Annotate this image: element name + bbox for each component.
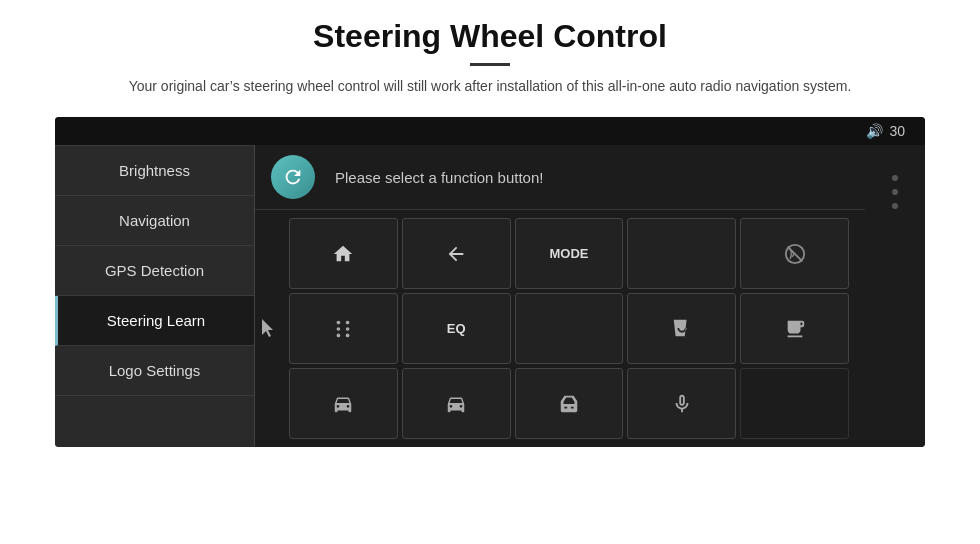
buttons-grid-area: MODE (255, 210, 865, 447)
sidebar-item-logo[interactable]: Logo Settings (55, 346, 254, 396)
function-bar: Please select a function button! (255, 145, 865, 210)
refresh-button[interactable] (271, 155, 315, 199)
btn-cup[interactable] (740, 293, 849, 364)
sidebar: Brightness Navigation GPS Detection Stee… (55, 145, 255, 447)
svg-point-3 (337, 327, 341, 331)
sidebar-item-gps[interactable]: GPS Detection (55, 246, 254, 296)
device-body: Brightness Navigation GPS Detection Stee… (55, 145, 925, 447)
svg-point-6 (346, 327, 350, 331)
btn-back[interactable] (402, 218, 511, 289)
btn-mode[interactable] (627, 218, 736, 289)
svg-point-5 (346, 320, 350, 324)
btn-disp[interactable]: MODE (515, 218, 624, 289)
function-prompt: Please select a function button! (335, 169, 543, 186)
svg-point-4 (337, 333, 341, 337)
page-subtitle: Your original car’s steering wheel contr… (60, 76, 920, 97)
sidebar-item-steering[interactable]: Steering Learn (55, 296, 254, 346)
btn-home[interactable] (289, 218, 398, 289)
svg-point-7 (346, 333, 350, 337)
btn-empty (740, 368, 849, 439)
right-dot-3 (892, 203, 898, 209)
btn-eq[interactable] (515, 293, 624, 364)
btn-notel[interactable] (740, 218, 849, 289)
btn-360[interactable]: EQ (402, 293, 511, 364)
right-dot-1 (892, 175, 898, 181)
page-title: Steering Wheel Control (60, 18, 920, 55)
device-screen: 🔊 30 Brightness Navigation GPS Detection… (55, 117, 925, 447)
sidebar-item-navigation[interactable]: Navigation (55, 196, 254, 246)
svg-line-1 (787, 246, 802, 261)
btn-drink[interactable] (627, 293, 736, 364)
device-top-bar: 🔊 30 (55, 117, 925, 145)
main-content: Please select a function button! (255, 145, 865, 447)
cursor-area (255, 210, 285, 447)
btn-car3[interactable] (515, 368, 624, 439)
right-dot-2 (892, 189, 898, 195)
page-header: Steering Wheel Control Your original car… (0, 0, 980, 107)
volume-icon: 🔊 (866, 123, 883, 139)
btn-mic[interactable] (627, 368, 736, 439)
right-panel (865, 145, 925, 447)
title-divider (470, 63, 510, 66)
svg-point-2 (337, 320, 341, 324)
btn-car2[interactable] (402, 368, 511, 439)
buttons-grid: MODE (285, 210, 865, 447)
btn-car1[interactable] (289, 368, 398, 439)
sidebar-item-brightness[interactable]: Brightness (55, 145, 254, 196)
btn-tune[interactable] (289, 293, 398, 364)
volume-number: 30 (889, 123, 905, 139)
